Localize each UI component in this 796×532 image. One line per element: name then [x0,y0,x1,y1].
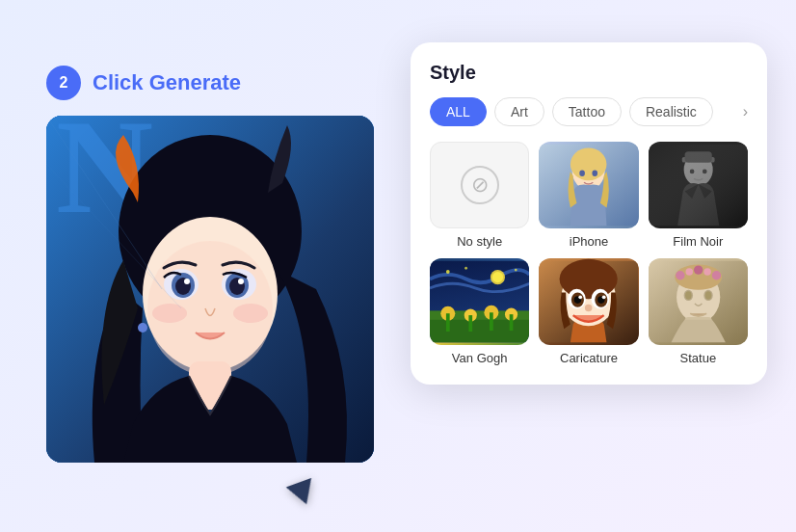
style-thumb-no-style: ⊘ [430,142,529,228]
style-grid: ⊘ No style [430,142,748,365]
anime-girl-background: N [46,116,374,463]
svg-point-9 [184,279,190,284]
svg-point-22 [593,171,598,177]
tab-all[interactable]: ALL [430,97,487,126]
style-item-film-noir[interactable]: Film Noir [649,142,748,249]
style-label-no-style: No style [457,234,502,249]
svg-point-33 [446,270,450,274]
svg-point-14 [152,304,187,323]
style-item-statue[interactable]: Statue [649,258,748,365]
style-label-caricature: Caricature [560,351,618,365]
svg-rect-44 [490,312,493,331]
style-label-statue: Statue [680,351,717,365]
svg-rect-29 [649,145,748,226]
cursor-arrow-icon [286,478,320,509]
svg-point-16 [138,323,147,332]
svg-point-70 [704,291,711,299]
svg-point-13 [238,279,244,284]
style-thumb-van-gogh [430,258,529,345]
svg-point-15 [233,304,268,323]
svg-point-32 [492,272,503,282]
svg-rect-42 [446,313,450,332]
svg-point-57 [585,305,593,312]
svg-point-20 [570,147,607,180]
style-item-van-gogh[interactable]: Van Gogh [430,258,529,365]
svg-point-65 [703,268,711,276]
style-thumb-film-noir [649,142,748,228]
style-panel-title: Style [430,62,748,84]
svg-point-56 [602,295,606,299]
style-tabs: ALL Art Tattoo Realistic › [430,97,748,126]
svg-point-35 [515,269,517,272]
style-item-caricature[interactable]: Caricature [539,258,638,365]
style-label-iphone: iPhone [570,234,608,249]
step-text: Click Generate [93,70,241,95]
style-thumb-statue [649,258,748,345]
svg-point-21 [580,171,586,177]
no-style-icon: ⊘ [461,166,499,204]
style-thumb-caricature [539,258,638,345]
style-label-van-gogh: Van Gogh [452,351,508,365]
tab-tattoo[interactable]: Tattoo [552,97,622,126]
tab-art[interactable]: Art [494,97,544,126]
style-thumb-iphone [539,142,638,228]
step-label: 2 Click Generate [46,66,241,100]
page-container: 2 Click Generate N [0,0,796,532]
svg-rect-45 [510,314,514,331]
style-label-film-noir: Film Noir [673,234,723,249]
style-item-no-style[interactable]: ⊘ No style [430,142,529,249]
svg-point-63 [685,268,693,276]
svg-point-34 [464,267,467,270]
anime-girl-illustration: N [46,116,374,463]
svg-point-55 [579,295,583,299]
style-panel: Style ALL Art Tattoo Realistic › ⊘ No st… [411,42,767,385]
style-item-iphone[interactable]: iPhone [539,142,638,249]
svg-point-64 [694,265,703,274]
svg-rect-43 [468,315,472,332]
svg-point-62 [676,271,684,279]
step-number: 2 [46,66,81,100]
svg-point-66 [711,271,720,279]
svg-point-48 [560,259,618,299]
svg-point-69 [685,291,692,299]
tabs-chevron-right-icon[interactable]: › [743,103,748,120]
main-image: N [46,116,374,463]
tab-realistic[interactable]: Realistic [629,97,713,126]
